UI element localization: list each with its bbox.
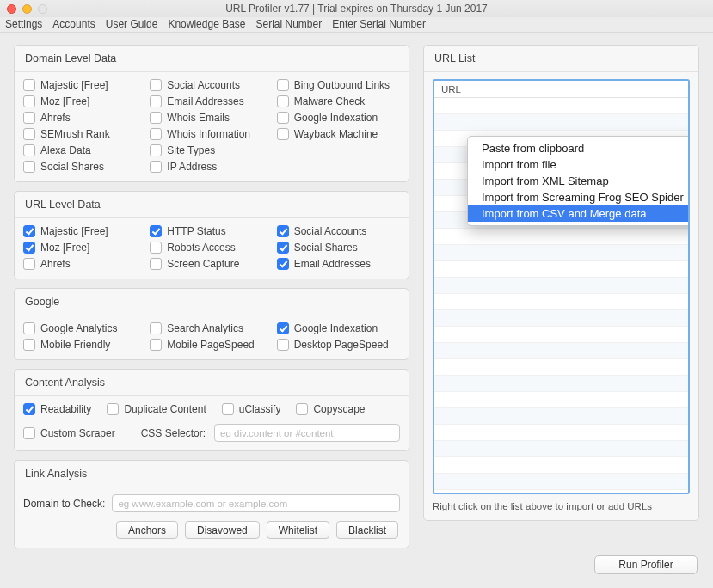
url-list-row[interactable] [434,359,688,376]
panel-title: Domain Level Data [15,51,409,72]
checkbox-url-majestic-free-[interactable]: Majestic [Free] [23,225,146,237]
url-list-row[interactable] [434,376,688,392]
url-list-row[interactable] [434,392,688,408]
checkbox-domain-wayback-machine[interactable]: Wayback Machine [277,128,400,140]
checkbox-content-copyscape[interactable]: Copyscape [296,403,365,415]
context-import-from-file[interactable]: Import from file [468,156,690,173]
url-list-row[interactable] [434,441,688,457]
checkbox-label: Duplicate Content [124,403,206,415]
checkbox-custom-scraper[interactable]: Custom Scraper [23,427,115,439]
link-disavowed-button[interactable]: Disavowed [185,521,260,539]
checkbox-label: Site Types [167,144,215,156]
checkbox-domain-alexa-data[interactable]: Alexa Data [23,144,146,156]
checkbox-url-http-status[interactable]: HTTP Status [150,225,273,237]
url-list-row[interactable] [434,229,688,245]
url-list-row[interactable] [434,327,688,343]
checkbox-url-robots-access[interactable]: Robots Access [150,242,273,254]
link-anchors-button[interactable]: Anchors [116,521,178,539]
checkbox-url-moz-free-[interactable]: Moz [Free] [23,242,146,254]
checkbox-url-social-shares[interactable]: Social Shares [277,242,400,254]
checkbox-url-ahrefs[interactable]: Ahrefs [23,258,146,270]
checkbox-url-email-addresses[interactable]: Email Addresses [277,258,400,270]
menu-user-guide[interactable]: User Guide [106,18,158,30]
panel-google: Google Google AnalyticsSearch AnalyticsG… [14,288,409,360]
panel-content-analysis: Content Analysis ReadabilityDuplicate Co… [14,369,409,451]
window-titlebar: URL Profiler v1.77 | Trial expires on Th… [0,0,713,17]
url-list-row[interactable] [434,408,688,425]
checkbox-domain-bing-outbound-links[interactable]: Bing Outbound Links [277,79,400,91]
panel-domain-level: Domain Level Data Majestic [Free]Social … [14,45,409,182]
url-list-row[interactable] [434,490,688,494]
url-list-hint: Right click on the list above to import … [433,494,690,511]
checkbox-label: Moz [Free] [40,95,89,107]
url-list-row[interactable] [434,294,688,310]
url-list-row[interactable] [434,474,688,490]
checkbox-domain-social-shares[interactable]: Social Shares [23,161,146,173]
url-list-row[interactable] [434,114,688,131]
checkbox-domain-google-indexation[interactable]: Google Indexation [277,112,400,124]
checkbox-content-uclassify[interactable]: uClassify [222,403,281,415]
checkbox-domain-semrush-rank[interactable]: SEMrush Rank [23,128,146,140]
checkbox-label: Readability [40,403,91,415]
menu-accounts[interactable]: Accounts [52,18,95,30]
panel-title: Content Analysis [15,375,409,396]
checkbox-domain-whois-information[interactable]: Whois Information [150,128,273,140]
checkbox-url-screen-capture[interactable]: Screen Capture [150,258,273,270]
css-selector-input[interactable] [214,424,400,442]
checkbox-google-search-analytics[interactable]: Search Analytics [150,322,273,334]
panel-title: URL Level Data [15,197,409,218]
url-list-grid[interactable]: URL Paste from clipboardImport from file… [433,79,690,494]
checkbox-label: Email Addresses [294,258,371,270]
domain-to-check-input[interactable] [112,494,400,512]
checkbox-google-google-indexation[interactable]: Google Indexation [277,322,400,334]
checkbox-domain-majestic-free-[interactable]: Majestic [Free] [23,79,146,91]
checkbox-label: Email Addresses [167,95,243,107]
checkbox-domain-ip-address[interactable]: IP Address [150,161,273,173]
url-list-row[interactable] [434,457,688,474]
url-list-row[interactable] [434,261,688,278]
link-blacklist-button[interactable]: Blacklist [336,521,398,539]
url-list-row[interactable] [434,310,688,327]
checkbox-url-social-accounts[interactable]: Social Accounts [277,225,400,237]
checkbox-label: Wayback Machine [294,128,378,140]
url-list-row[interactable] [434,425,688,441]
checkbox-label: Google Indexation [294,112,378,124]
checkbox-content-readability[interactable]: Readability [23,403,91,415]
checkbox-domain-ahrefs[interactable]: Ahrefs [23,112,146,124]
checkbox-google-mobile-pagespeed[interactable]: Mobile PageSpeed [150,339,273,351]
run-profiler-button[interactable]: Run Profiler [594,555,698,574]
url-list-row[interactable] [434,245,688,261]
checkbox-label: Ahrefs [40,112,71,124]
checkbox-label: Google Analytics [40,322,117,334]
checkbox-label: HTTP Status [167,225,225,237]
url-list-column-header[interactable]: URL [434,81,688,98]
context-import-from-screaming-frog-seo-spider[interactable]: Import from Screaming Frog SEO Spider [468,189,690,205]
url-list-row[interactable] [434,278,688,294]
menu-enter-serial-number[interactable]: Enter Serial Number [332,18,426,30]
checkbox-label: Ahrefs [40,258,71,270]
context-paste-from-clipboard[interactable]: Paste from clipboard [468,140,690,156]
checkbox-google-google-analytics[interactable]: Google Analytics [23,322,146,334]
checkbox-domain-whois-emails[interactable]: Whois Emails [150,112,273,124]
menu-serial-number[interactable]: Serial Number [256,18,323,30]
css-selector-label: CSS Selector: [141,427,206,439]
link-whitelist-button[interactable]: Whitelist [267,521,329,539]
checkbox-google-desktop-pagespeed[interactable]: Desktop PageSpeed [277,339,400,351]
checkbox-label: uClassify [239,403,281,415]
checkbox-domain-site-types[interactable]: Site Types [150,144,273,156]
context-import-from-csv-and-merge-data[interactable]: Import from CSV and Merge data [468,205,690,222]
url-list-row[interactable] [434,343,688,359]
context-import-from-xml-sitemap[interactable]: Import from XML Sitemap [468,173,690,189]
checkbox-domain-social-accounts[interactable]: Social Accounts [150,79,273,91]
checkbox-label: Desktop PageSpeed [294,339,389,351]
checkbox-domain-moz-free-[interactable]: Moz [Free] [23,95,146,107]
menu-knowledge-base[interactable]: Knowledge Base [168,18,245,30]
checkbox-domain-malware-check[interactable]: Malware Check [277,95,400,107]
url-list-row[interactable] [434,98,688,114]
checkbox-domain-email-addresses[interactable]: Email Addresses [150,95,273,107]
menu-settings[interactable]: Settings [5,18,42,30]
checkbox-content-duplicate-content[interactable]: Duplicate Content [107,403,206,415]
checkbox-google-mobile-friendly[interactable]: Mobile Friendly [23,339,146,351]
menubar: SettingsAccountsUser GuideKnowledge Base… [0,17,713,33]
checkbox-label: Alexa Data [40,144,91,156]
